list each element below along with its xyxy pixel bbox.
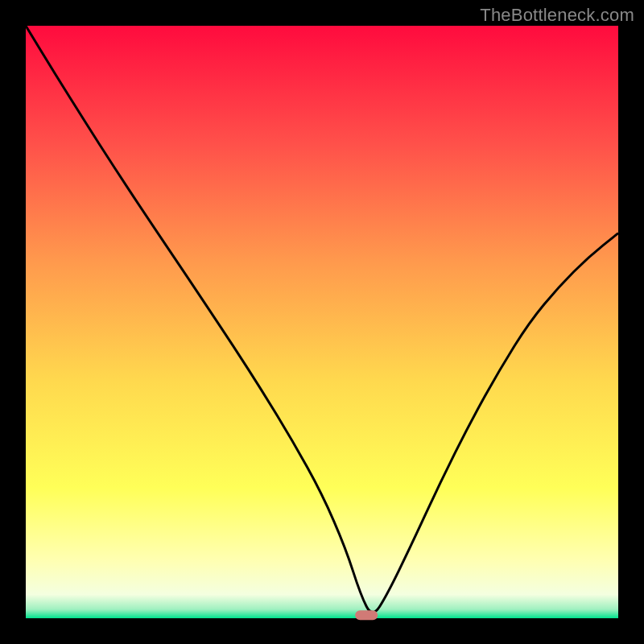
chart-stage: TheBottleneck.com	[0, 0, 644, 644]
attribution-text: TheBottleneck.com	[480, 5, 634, 26]
bottleneck-plot	[0, 0, 644, 644]
optimum-marker	[355, 610, 378, 620]
